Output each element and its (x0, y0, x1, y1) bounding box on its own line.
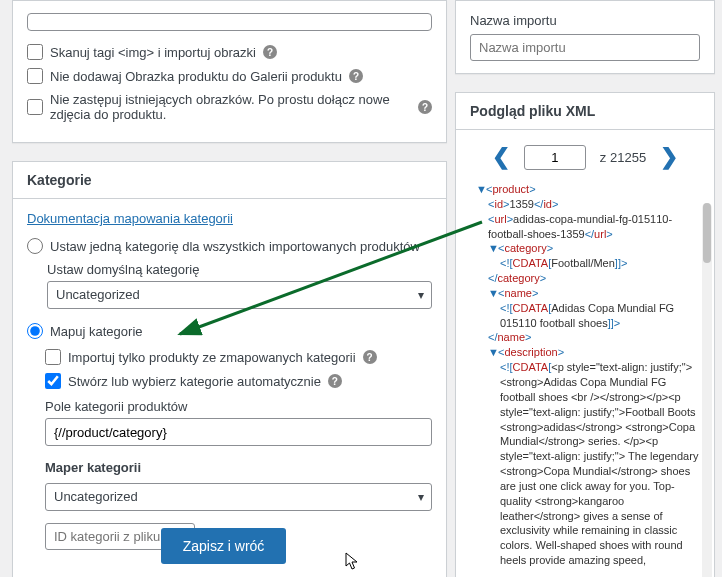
doc-link[interactable]: Dokumentacja mapowania kategorii (27, 211, 233, 226)
label-scan-tags: Skanuj tagi <img> i importuj obrazki (50, 45, 256, 60)
next-arrow-icon[interactable]: ❯ (660, 144, 678, 170)
xml-tree[interactable]: ▼<product> <id>1359</id> <url>adidas-cop… (466, 182, 704, 570)
help-icon[interactable]: ? (363, 350, 377, 364)
label-no-replace: Nie zastępuj istniejących obrazków. Po p… (50, 92, 411, 122)
xml-preview-heading: Podgląd pliku XML (456, 93, 714, 130)
toggle-icon[interactable]: ▼ (488, 345, 498, 360)
category-field-input[interactable] (45, 418, 432, 446)
import-name-input[interactable] (470, 34, 700, 61)
category-field-label: Pole kategorii produktów (45, 399, 432, 414)
default-cat-label: Ustaw domyślną kategorię (47, 262, 432, 277)
page-total: z 21255 (600, 150, 646, 165)
help-icon[interactable]: ? (263, 45, 277, 59)
textarea-top[interactable] (27, 13, 432, 31)
checkbox-import-mapped[interactable] (45, 349, 61, 365)
help-icon[interactable]: ? (418, 100, 432, 114)
import-name-label: Nazwa importu (470, 13, 700, 28)
label-no-gallery: Nie dodawaj Obrazka produktu do Galerii … (50, 69, 342, 84)
categories-heading: Kategorie (13, 162, 446, 199)
default-cat-select[interactable]: Uncategorized (47, 281, 432, 309)
save-button[interactable]: Zapisz i wróć (161, 528, 287, 564)
radio-map-categories[interactable] (27, 323, 43, 339)
checkbox-auto-create[interactable] (45, 373, 61, 389)
description-text: <p style="text-align: justify;"><strong>… (500, 361, 701, 570)
label-single-category: Ustaw jedną kategorię dla wszystkich imp… (50, 239, 420, 254)
scrollbar[interactable] (702, 203, 712, 577)
radio-single-category[interactable] (27, 238, 43, 254)
checkbox-scan-tags[interactable] (27, 44, 43, 60)
page-number-input[interactable] (524, 145, 586, 170)
maper-heading: Maper kategorii (45, 460, 432, 475)
prev-arrow-icon[interactable]: ❮ (492, 144, 510, 170)
maper-select[interactable]: Uncategorized (45, 483, 432, 511)
checkbox-no-gallery[interactable] (27, 68, 43, 84)
checkbox-no-replace[interactable] (27, 99, 43, 115)
toggle-icon[interactable]: ▼ (476, 182, 486, 197)
scrollbar-thumb[interactable] (703, 203, 711, 263)
label-auto-create: Stwórz lub wybierz kategorie automatyczn… (68, 374, 321, 389)
toggle-icon[interactable]: ▼ (488, 241, 498, 256)
toggle-icon[interactable]: ▼ (488, 286, 498, 301)
label-map-categories: Mapuj kategorie (50, 324, 143, 339)
help-icon[interactable]: ? (328, 374, 342, 388)
label-import-mapped: Importuj tylko produkty ze zmapowanych k… (68, 350, 356, 365)
help-icon[interactable]: ? (349, 69, 363, 83)
